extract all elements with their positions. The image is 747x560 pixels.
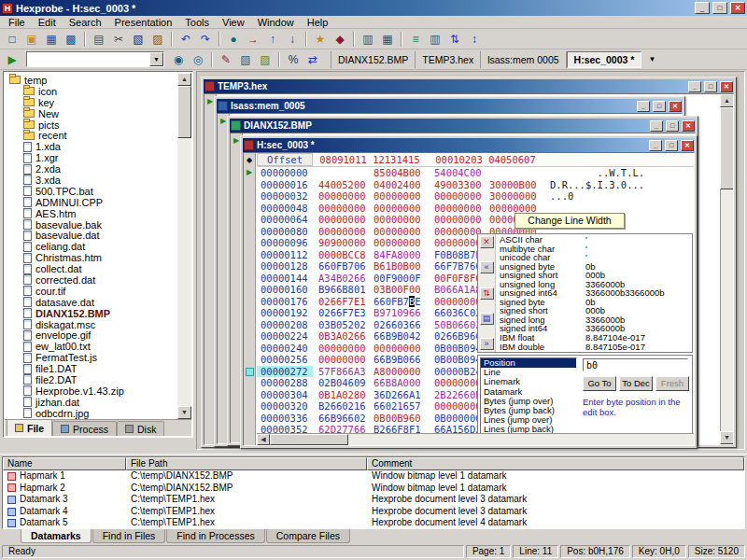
combo-dropdown-icon[interactable]: ▼ — [149, 52, 163, 66]
zoom-in-icon[interactable]: ◉ — [169, 50, 188, 68]
window-titlebar[interactable]: H:sec_0003 * _ □ ✕ — [243, 138, 695, 152]
goto-position-input[interactable] — [583, 358, 688, 371]
scroll-left-icon[interactable]: ◀ — [257, 434, 270, 445]
datamark-row[interactable]: Datamark 5C:\temp\TEMP1.hexHexprobe docu… — [3, 517, 744, 529]
find-icon[interactable]: ● — [224, 30, 243, 48]
edit-pen-icon[interactable]: ✎ — [217, 50, 235, 68]
goto-bottom-icon[interactable]: ↓ — [283, 30, 302, 48]
tree-item[interactable]: icon — [9, 86, 176, 97]
menu-file[interactable]: File — [2, 16, 32, 29]
change-line-width-button[interactable]: Change Line Width — [514, 213, 625, 229]
save-icon[interactable]: ▦ — [42, 30, 61, 48]
tree-item[interactable]: datasave.dat — [9, 297, 176, 308]
tree-item[interactable]: basevalue.dat — [9, 230, 176, 241]
menu-edit[interactable]: Edit — [32, 16, 63, 29]
tree-scrollbar[interactable]: ▲ ▼ — [177, 73, 191, 419]
menu-window[interactable]: Window — [251, 16, 301, 29]
bookmark-icon[interactable]: ★ — [311, 30, 330, 48]
play-icon[interactable]: ▶ — [233, 136, 239, 145]
horizontal-scrollbar[interactable]: ◀ — [257, 433, 694, 445]
address-combo[interactable]: ▼ — [26, 51, 164, 67]
tree-item[interactable]: 1.xda — [9, 141, 176, 152]
undo-icon[interactable]: ↶ — [176, 30, 195, 48]
tree-item[interactable]: file1.DAT — [9, 363, 176, 374]
play-icon[interactable]: ▶ — [220, 117, 226, 125]
fill-icon[interactable]: ▨ — [256, 50, 275, 68]
tree-item[interactable]: FermatTest.js — [9, 352, 176, 363]
window-titlebar[interactable]: TEMP3.hex _ □ ✕ — [204, 79, 734, 93]
inspector-settings-icon[interactable]: ▤ — [480, 313, 494, 325]
minimize-button[interactable]: _ — [650, 120, 663, 132]
tree-item[interactable]: Christmas.htm — [9, 252, 176, 263]
swap-bytes-icon[interactable]: ⇄ — [303, 50, 322, 68]
fresh-button[interactable]: Fresh — [655, 376, 689, 391]
column-header-name[interactable]: Name — [3, 457, 126, 470]
window-cascade-icon[interactable]: ▥ — [359, 30, 377, 48]
menu-tools[interactable]: Tools — [178, 16, 216, 29]
vertical-scrollbar[interactable]: ▲ ▼ — [720, 94, 733, 444]
menu-presentation[interactable]: Presentation — [108, 16, 179, 29]
tree-item[interactable]: recent — [9, 130, 176, 141]
tree-item[interactable]: 2.xda — [9, 163, 176, 175]
go-to-button[interactable]: Go To — [583, 376, 616, 391]
window-list-chevron-icon[interactable]: ▼ — [642, 50, 661, 68]
minimize-button[interactable]: _ — [695, 2, 710, 14]
panel-tab-file[interactable]: File — [7, 419, 52, 436]
tree-item[interactable]: DIANX152.BMP — [9, 308, 176, 319]
maximize-button[interactable]: □ — [712, 2, 727, 14]
jump-up-icon[interactable]: ⇅ — [445, 30, 464, 48]
redo-icon[interactable]: ↷ — [196, 30, 215, 48]
close-button[interactable]: ✕ — [669, 101, 682, 112]
tree-item[interactable]: diskagat.msc — [9, 319, 176, 330]
goto-type-list[interactable]: PositionLineLinemarkDatamarkBytes (jump … — [480, 357, 577, 434]
minimize-button[interactable]: _ — [688, 81, 701, 92]
new-file-icon[interactable]: □ — [3, 30, 21, 48]
scroll-up-icon[interactable]: ▲ — [720, 94, 734, 107]
menu-search[interactable]: Search — [63, 16, 108, 29]
bottom-tab-find-in-processes[interactable]: Find in Processes — [166, 529, 264, 543]
scroll-down-icon[interactable]: ▼ — [720, 431, 734, 444]
datamark-row[interactable]: Datamark 4C:\temp\TEMP1.hexHexprobe docu… — [3, 506, 744, 518]
copy-icon[interactable]: ▧ — [129, 30, 148, 48]
scroll-down-icon[interactable]: ▼ — [177, 406, 191, 419]
play-icon[interactable]: ▶ — [207, 97, 213, 105]
scroll-up-icon[interactable]: ▲ — [177, 73, 191, 86]
tree-item[interactable]: envelope.gif — [9, 329, 176, 341]
column-header-comment[interactable]: Comment — [367, 457, 744, 470]
tree-item[interactable]: AES.htm — [9, 208, 176, 219]
close-button[interactable]: ✕ — [720, 81, 733, 92]
datamark-row[interactable]: Hapmark 1C:\temp\DIANX152.BMPWindow bitm… — [3, 470, 744, 483]
datamark-icon[interactable]: ◆ — [331, 30, 349, 48]
tree-item[interactable]: 1.xgr — [9, 152, 176, 163]
close-button[interactable]: ✕ — [681, 140, 694, 151]
datamark-row[interactable]: Datamark 3C:\temp\TEMP1.hexHexprobe docu… — [3, 494, 744, 506]
tree-item[interactable]: basevalue.bak — [9, 219, 176, 231]
goto-icon[interactable]: → — [244, 30, 262, 48]
tree-item[interactable]: odbcdrn.jpg — [9, 408, 176, 419]
doc-tab-dianx152-bmp[interactable]: DIANX152.BMP — [331, 51, 416, 68]
menu-help[interactable]: Help — [301, 16, 335, 29]
maximize-button[interactable]: □ — [653, 101, 666, 112]
window-tile-icon[interactable]: ▦ — [378, 30, 397, 48]
panel-tab-process[interactable]: Process — [52, 421, 117, 436]
play-icon[interactable]: ▶ — [247, 168, 252, 176]
paste-icon[interactable]: ▨ — [148, 30, 167, 48]
datamark-row[interactable]: Hapmark 2C:\temp\DIANX152.BMPWindow bitm… — [3, 483, 744, 495]
maximize-button[interactable]: □ — [665, 140, 678, 151]
inspector-prev-icon[interactable]: « — [480, 261, 494, 273]
tree-item[interactable]: jizhan.dat — [9, 397, 176, 408]
window-titlebar[interactable]: lsass:mem_0005 _ □ ✕ — [217, 99, 683, 113]
inspector-close-icon[interactable]: ✕ — [480, 236, 494, 248]
inspector-row[interactable]: ASCII char' — [500, 235, 692, 244]
tree-item[interactable]: celiang.dat — [9, 241, 176, 252]
column-mode-icon[interactable]: ▥ — [426, 30, 444, 48]
doc-tab-h-sec_0003-[interactable]: H:sec_0003 * — [567, 51, 642, 68]
menu-view[interactable]: View — [216, 16, 251, 29]
close-button[interactable]: ✕ — [730, 2, 745, 14]
hex-row[interactable]: 0000001644005200040024004900330030000B00… — [257, 179, 694, 191]
tree-item[interactable]: New — [9, 108, 176, 119]
inspector-row[interactable]: IBM float8.847104e-017 — [500, 333, 692, 342]
open-folder-icon[interactable]: ▣ — [22, 30, 41, 48]
doc-tab-temp3-hex[interactable]: TEMP3.hex — [416, 51, 481, 68]
panel-tab-disk[interactable]: Disk — [117, 421, 164, 436]
